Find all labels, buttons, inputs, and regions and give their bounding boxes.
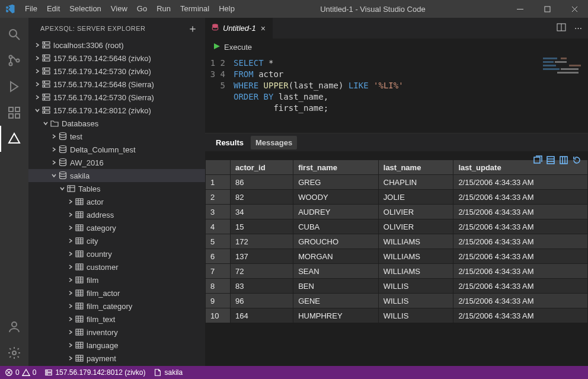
- menu-view[interactable]: View: [106, 0, 132, 18]
- execute-label[interactable]: Execute: [224, 43, 252, 52]
- cell-actor_id[interactable]: 15: [231, 219, 293, 234]
- table-actor[interactable]: actor: [28, 195, 205, 208]
- menu-terminal[interactable]: Terminal: [175, 0, 214, 18]
- cell-last_update[interactable]: 2/15/2006 4:34:33 AM: [453, 205, 588, 219]
- table-row[interactable]: 10164HUMPHREYWILLIS2/15/2006 4:34:33 AM: [206, 308, 588, 323]
- tab-close-button[interactable]: ×: [260, 24, 267, 33]
- table-row[interactable]: 772SEANWILLIAMS2/15/2006 4:34:33 AM: [206, 264, 588, 279]
- cell-first_name[interactable]: BEN: [293, 279, 379, 294]
- col-last_name[interactable]: last_name: [378, 160, 453, 175]
- cell-last_update[interactable]: 2/15/2006 4:34:33 AM: [453, 294, 588, 308]
- cell-last_name[interactable]: WILLIS: [378, 294, 453, 308]
- database-AW_2016[interactable]: AW_2016: [28, 156, 205, 169]
- cell-actor_id[interactable]: 164: [231, 308, 293, 323]
- cell-first_name[interactable]: HUMPHREY: [293, 308, 379, 323]
- cell-actor_id[interactable]: 96: [231, 294, 293, 308]
- status-connection[interactable]: 157.56.179.142:8012 (zivko): [44, 368, 145, 377]
- minimize-button[interactable]: [506, 0, 533, 18]
- menu-help[interactable]: Help: [214, 0, 239, 18]
- activity-source-control[interactable]: [0, 47, 28, 74]
- table-country[interactable]: country: [28, 247, 205, 260]
- play-icon[interactable]: [213, 43, 220, 52]
- tab-untitled-1[interactable]: Untitled-1 ×: [205, 18, 273, 39]
- table-address[interactable]: address: [28, 208, 205, 221]
- cell-actor_id[interactable]: 82: [231, 190, 293, 205]
- cell-actor_id[interactable]: 83: [231, 279, 293, 294]
- table-film[interactable]: film: [28, 273, 205, 286]
- activity-apexsql[interactable]: [0, 126, 28, 152]
- table-row[interactable]: 883BENWILLIS2/15/2006 4:34:33 AM: [206, 279, 588, 294]
- menu-selection[interactable]: Selection: [65, 0, 106, 18]
- cell-last_update[interactable]: 2/15/2006 4:34:33 AM: [453, 219, 588, 234]
- cell-last_name[interactable]: WILLIS: [378, 308, 453, 323]
- cell-first_name[interactable]: CUBA: [293, 219, 379, 234]
- cell-first_name[interactable]: GREG: [293, 175, 379, 190]
- cell-last_update[interactable]: 2/15/2006 4:34:33 AM: [453, 249, 588, 264]
- cell-first_name[interactable]: AUDREY: [293, 205, 379, 219]
- panel-tab-messages[interactable]: Messages: [251, 136, 297, 149]
- col-first_name[interactable]: first_name: [293, 160, 379, 175]
- table-payment[interactable]: payment: [28, 352, 205, 365]
- databases-folder[interactable]: Databases: [28, 117, 205, 130]
- maximize-button[interactable]: [533, 0, 561, 18]
- activity-explorer[interactable]: [0, 21, 28, 47]
- results-action-4[interactable]: [571, 155, 582, 165]
- table-film_category[interactable]: film_category: [28, 300, 205, 313]
- cell-first_name[interactable]: MORGAN: [293, 249, 379, 264]
- code-editor[interactable]: 1 2 3 4 5 SELECT * FROM actor WHERE UPPE…: [205, 55, 588, 116]
- cell-actor_id[interactable]: 86: [231, 175, 293, 190]
- cell-first_name[interactable]: GENE: [293, 294, 379, 308]
- table-category[interactable]: category: [28, 221, 205, 234]
- results-action-2[interactable]: [545, 155, 556, 165]
- table-language[interactable]: language: [28, 339, 205, 352]
- more-actions-button[interactable]: ⋯: [574, 24, 582, 33]
- table-row[interactable]: 334AUDREYOLIVIER2/15/2006 4:34:33 AM: [206, 205, 588, 219]
- database-Delta_Column_test[interactable]: Delta_Column_test: [28, 143, 205, 156]
- cell-first_name[interactable]: SEAN: [293, 264, 379, 279]
- table-row[interactable]: 996GENEWILLIS2/15/2006 4:34:33 AM: [206, 294, 588, 308]
- split-editor-button[interactable]: [557, 23, 566, 34]
- cell-last_update[interactable]: 2/15/2006 4:34:33 AM: [453, 175, 588, 190]
- table-row[interactable]: 282WOODYJOLIE2/15/2006 4:34:33 AM: [206, 190, 588, 205]
- add-connection-button[interactable]: ＋: [187, 23, 199, 34]
- cell-last_update[interactable]: 2/15/2006 4:34:33 AM: [453, 234, 588, 249]
- panel-tab-results[interactable]: Results: [211, 136, 248, 149]
- server-4[interactable]: 157.56.179.142:5730 (Sierra): [28, 91, 205, 104]
- cell-last_name[interactable]: JOLIE: [378, 190, 453, 205]
- menu-go[interactable]: Go: [132, 0, 152, 18]
- server-3[interactable]: 157.56.179.142:5648 (Sierra): [28, 78, 205, 91]
- table-customer[interactable]: customer: [28, 260, 205, 273]
- table-city[interactable]: city: [28, 234, 205, 247]
- status-database[interactable]: sakila: [154, 368, 183, 377]
- database-test[interactable]: test: [28, 130, 205, 143]
- minimap[interactable]: [543, 58, 584, 81]
- server-5[interactable]: 157.56.179.142:8012 (zivko): [28, 104, 205, 117]
- results-action-3[interactable]: [558, 155, 569, 165]
- activity-run[interactable]: [0, 74, 28, 100]
- cell-last_name[interactable]: WILLIS: [378, 279, 453, 294]
- status-problems[interactable]: 0 0: [5, 368, 36, 377]
- col-actor_id[interactable]: actor_id: [231, 160, 293, 175]
- cell-last_name[interactable]: OLIVIER: [378, 219, 453, 234]
- cell-first_name[interactable]: WOODY: [293, 190, 379, 205]
- close-button[interactable]: [561, 0, 588, 18]
- activity-extensions[interactable]: [0, 100, 28, 126]
- activity-settings[interactable]: [0, 340, 28, 366]
- cell-last_update[interactable]: 2/15/2006 4:34:33 AM: [453, 279, 588, 294]
- table-row[interactable]: 6137MORGANWILLIAMS2/15/2006 4:34:33 AM: [206, 249, 588, 264]
- cell-actor_id[interactable]: 172: [231, 234, 293, 249]
- activity-accounts[interactable]: [0, 314, 28, 340]
- table-film_actor[interactable]: film_actor: [28, 286, 205, 300]
- server-1[interactable]: 157.56.179.142:5648 (zivko): [28, 52, 205, 65]
- database-sakila[interactable]: sakila: [28, 169, 205, 182]
- server-2[interactable]: 157.56.179.142:5730 (zivko): [28, 65, 205, 78]
- cell-last_name[interactable]: CHAPLIN: [378, 175, 453, 190]
- cell-last_update[interactable]: 2/15/2006 4:34:33 AM: [453, 308, 588, 323]
- code-content[interactable]: SELECT * FROM actor WHERE UPPER(last_nam…: [234, 55, 404, 116]
- table-row[interactable]: 186GREGCHAPLIN2/15/2006 4:34:33 AM: [206, 175, 588, 190]
- cell-actor_id[interactable]: 137: [231, 249, 293, 264]
- cell-first_name[interactable]: GROUCHO: [293, 234, 379, 249]
- table-row[interactable]: 5172GROUCHOWILLIAMS2/15/2006 4:34:33 AM: [206, 234, 588, 249]
- server-0[interactable]: localhost:3306 (root): [28, 39, 205, 52]
- cell-actor_id[interactable]: 72: [231, 264, 293, 279]
